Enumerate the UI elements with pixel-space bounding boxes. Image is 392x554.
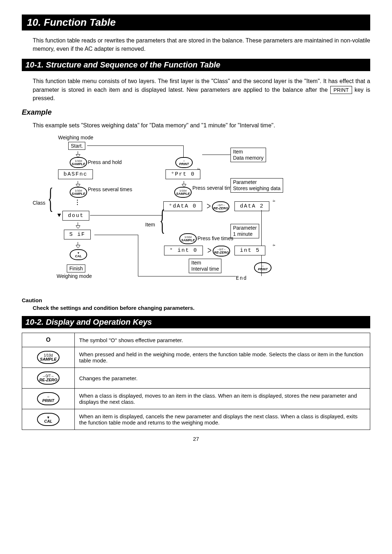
item-label: Item [233,149,243,155]
seg-end: End [236,275,247,281]
sample-key-1: 1/10d SAMPLE [70,157,87,168]
item-label-left: Item [145,222,155,227]
press-several-label-1: Press several times [88,187,132,192]
desc-cell: Changes the parameter. [75,368,370,389]
connector-line [138,276,236,276]
circle-symbol-icon: O [46,337,50,343]
interval-time-label: Interval time [191,266,219,272]
connector-line [87,145,183,146]
arrow-icon [207,204,210,208]
key-cell: ▼ CAL [22,409,75,430]
seg-data0: °dAtA 0 [163,201,202,211]
table-row: ▼ CAL When an item is displayed, cancels… [22,409,370,430]
print-key-inline: PRINT [330,86,352,94]
section-10-1-heading: 10-1. Structure and Sequence of the Func… [22,59,370,71]
section1-body-pre: This function table menu consists of two… [33,78,370,93]
print-key-icon: ○ PRINT [37,392,60,405]
symbol-cell: O [22,333,75,347]
press-and-hold-label: Press and hold [88,159,122,165]
function-table-diagram: Weighing mode Start. 1/10d SAMPLE Press … [29,135,348,294]
table-row: →0/T← RE-ZERO Changes the parameter. [22,368,370,389]
vertical-dots-icon: ··· [77,199,78,206]
sample-key-4: 1/10d SAMPLE [179,233,197,244]
key-bot: RE-ZERO [213,207,228,210]
page-number: 27 [22,436,370,442]
key-bot: CAL [44,419,53,423]
key-cell: 1/10d SAMPLE [22,347,75,368]
section-10-1-body: This function table menu consists of two… [33,77,370,102]
rezero-key-1: →0/T← RE-ZERO [212,201,229,212]
start-box: Start. [68,142,85,150]
table-row: 1/10d SAMPLE When pressed and held in th… [22,347,370,368]
table-row: O The symbol "O" shows effective paramet… [22,333,370,347]
key-bot: SAMPLE [72,192,85,196]
parameter-label: Parameter [233,225,257,231]
key-bot: PRINT [258,268,268,271]
arrow-icon [208,249,211,252]
weighing-mode-top-label: Weighing mode [58,135,93,140]
blink-icon: ⭟ [271,198,276,203]
key-bot: RE-ZERO [39,378,57,382]
data-memory-label: Data memory [233,155,264,161]
intro-text: This function table reads or rewrites th… [33,36,370,53]
cal-key-icon: ▼ CAL [37,413,60,426]
brace-icon: { [160,204,165,237]
example-text: This example sets "Stores weighing data"… [33,122,370,129]
item-label: Item [191,260,201,266]
stores-weighing-data-label: Stores weighing data [233,185,281,191]
desc-cell: When a class is displayed, moves to an i… [75,389,370,409]
cal-key: ▼ CAL [70,249,87,260]
connector-line [261,255,262,276]
arrow-icon [57,214,61,217]
table-row: ○ PRINT When a class is displayed, moves… [22,389,370,409]
key-bot: SAMPLE [40,357,57,361]
key-bot: SAMPLE [72,163,85,166]
weighing-mode-bottom-label: Weighing mode [57,273,92,279]
seg-basfnc: bASFnc [58,169,93,179]
seg-int0: ° int 0 [164,246,203,255]
connector-line [94,235,138,235]
chapter-title: 10. Function Table [22,15,370,30]
finish-box: Finish [67,264,85,272]
example-heading: Example [22,108,370,116]
print-key-diagram: ○ PRINT [175,157,193,168]
rezero-key-2: →0/T← RE-ZERO [213,246,230,257]
caution-heading: Caution [22,297,370,303]
operation-keys-table: O The symbol "O" shows effective paramet… [22,333,370,430]
desc-cell: When pressed and held in the weighing mo… [75,347,370,368]
key-bot: SAMPLE [181,239,195,242]
connector-line [202,155,230,155]
item-data-memory-box: ItemData memory [230,148,266,162]
key-bot: RE-ZERO [214,251,229,254]
parameter-box-1: ParameterStores weighing data [230,178,283,193]
sample-key-icon: 1/10d SAMPLE [37,351,60,364]
key-bot: SAMPLE [176,192,190,196]
connector-line [138,235,138,276]
connector-line [90,215,163,216]
class-label: Class [33,200,45,206]
desc-cell: The symbol "O" shows effective parameter… [75,333,370,347]
parameter-box-2: Parameter1 minute [230,224,259,238]
connector-line [261,210,262,246]
sample-key-3: 1/10d SAMPLE [174,187,192,198]
seg-prt: °Prt 0 [166,169,200,179]
key-bot: PRINT [42,399,54,403]
key-bot: PRINT [179,163,189,166]
rezero-key-icon: →0/T← RE-ZERO [37,372,60,385]
seg-int5: int 5 [234,246,265,255]
blink-icon: ⭟ [271,242,276,247]
seg-sif: S iF [64,230,91,239]
press-five-label: Press five times [197,235,233,241]
blink-icon: ⭟ [196,166,200,171]
print-key-diagram-2: ○ PRINT [254,262,271,273]
key-cell: ○ PRINT [22,389,75,409]
caution-text: Check the settings and condition before … [33,305,370,311]
key-bot: CAL [75,255,82,258]
press-several-label-2: Press several times [192,185,237,191]
desc-cell: When an item is displayed, cancels the n… [75,409,370,430]
one-minute-label: 1 minute [233,231,253,237]
sample-key-2: 1/10d SAMPLE [70,187,87,198]
brace-icon: { [48,182,53,215]
item-interval-box: ItemInterval time [189,259,221,273]
parameter-label: Parameter [233,179,257,185]
